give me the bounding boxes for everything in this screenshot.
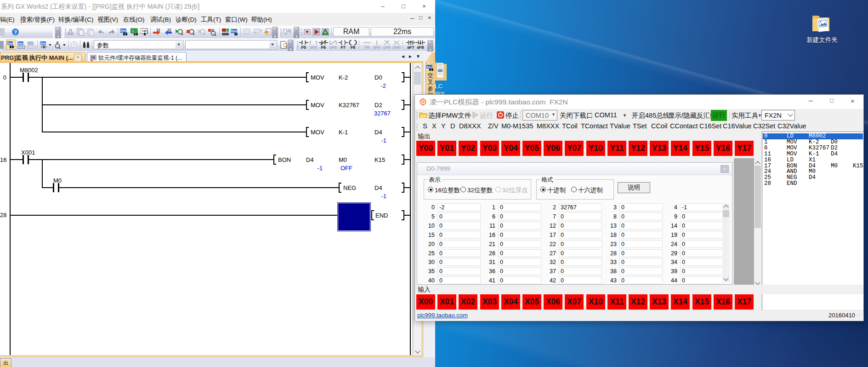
svg-text:Dev: Dev bbox=[120, 29, 126, 32]
svg-text:Dev: Dev bbox=[18, 42, 23, 45]
svg-text:?: ? bbox=[73, 43, 75, 47]
svg-text:>_: >_ bbox=[132, 29, 136, 33]
svg-text:Dev: Dev bbox=[40, 42, 46, 45]
svg-text:Dev: Dev bbox=[7, 42, 13, 45]
svg-text:Dev: Dev bbox=[231, 29, 237, 33]
svg-text:?: ? bbox=[14, 29, 17, 35]
svg-text:HK: HK bbox=[142, 29, 147, 33]
svg-text:Dev: Dev bbox=[427, 66, 432, 69]
